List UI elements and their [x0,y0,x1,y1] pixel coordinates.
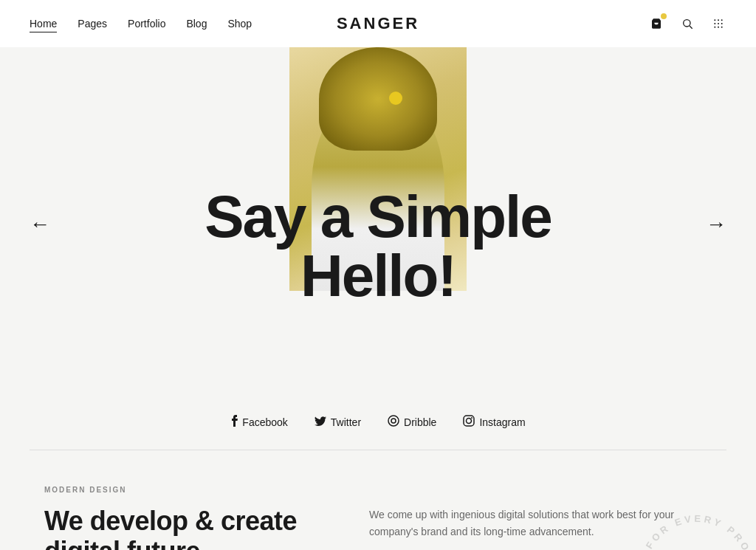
hair-clip-decoration [389,92,402,105]
bottom-content-section: MODERN DESIGN We develop & create digita… [0,450,756,550]
nav-actions [648,16,726,32]
navigation: Home Pages Portfolio Blog Shop SANGER [0,0,756,47]
svg-point-4 [721,19,723,21]
svg-point-5 [714,23,715,24]
search-icon[interactable] [679,16,695,32]
nav-links: Home Pages Portfolio Blog Shop [30,18,252,30]
nav-item-home[interactable]: Home [30,18,57,30]
cart-icon[interactable] [648,16,664,32]
heading-line1: We develop & create [44,506,297,536]
svg-point-15 [471,417,472,419]
social-instagram[interactable]: Instagram [463,415,525,429]
hero-title: Say a Simple Hello! [205,188,551,306]
svg-point-7 [721,23,723,24]
grid-icon[interactable] [710,16,726,32]
svg-point-0 [684,20,690,27]
social-twitter[interactable]: Twitter [315,416,361,428]
facebook-label: Facebook [242,416,287,428]
hero-section: Say a Simple Hello! ← → [0,47,756,402]
instagram-label: Instagram [479,416,525,428]
site-logo[interactable]: SANGER [337,14,419,33]
bottom-left-column: MODERN DESIGN We develop & create digita… [44,486,325,550]
svg-rect-13 [464,416,474,426]
svg-point-2 [714,19,715,21]
social-links-bar: Facebook Twitter Dribble Instagram [0,402,756,450]
svg-text:AS FOR EVERY PROJECT. UNIQUE: AS FOR EVERY PROJECT. UNIQUE [636,513,756,550]
svg-point-11 [388,416,399,426]
svg-point-8 [714,27,715,28]
cart-badge [661,13,667,19]
svg-point-6 [718,23,719,24]
section-tag: MODERN DESIGN [44,486,325,494]
nav-item-portfolio[interactable]: Portfolio [128,18,165,30]
social-dribble[interactable]: Dribble [388,415,436,429]
circular-text-decoration: AS FOR EVERY PROJECT. UNIQUE [623,500,756,550]
nav-item-shop[interactable]: Shop [227,18,252,30]
section-heading: We develop & create digital future. [44,506,325,550]
dribble-label: Dribble [404,416,436,428]
hero-next-arrow[interactable]: → [706,213,726,236]
social-facebook[interactable]: Facebook [230,415,287,429]
instagram-icon [463,415,475,429]
nav-item-blog[interactable]: Blog [186,18,207,30]
heading-line2: digital future. [44,536,207,550]
hero-text-block: Say a Simple Hello! [205,143,551,306]
svg-point-12 [391,419,396,423]
svg-point-3 [718,19,719,21]
twitter-label: Twitter [331,416,361,428]
twitter-icon [315,416,326,428]
hero-title-line1: Say a Simple [205,188,551,247]
nav-item-pages[interactable]: Pages [78,18,107,30]
svg-point-14 [467,419,472,424]
facebook-icon [230,415,238,429]
svg-point-9 [718,27,719,28]
hero-title-line2: Hello! [205,247,551,306]
svg-point-10 [721,27,723,28]
svg-line-1 [690,26,693,29]
hero-prev-arrow[interactable]: ← [30,213,50,236]
dribble-icon [388,415,399,429]
hair-decoration [319,47,437,151]
